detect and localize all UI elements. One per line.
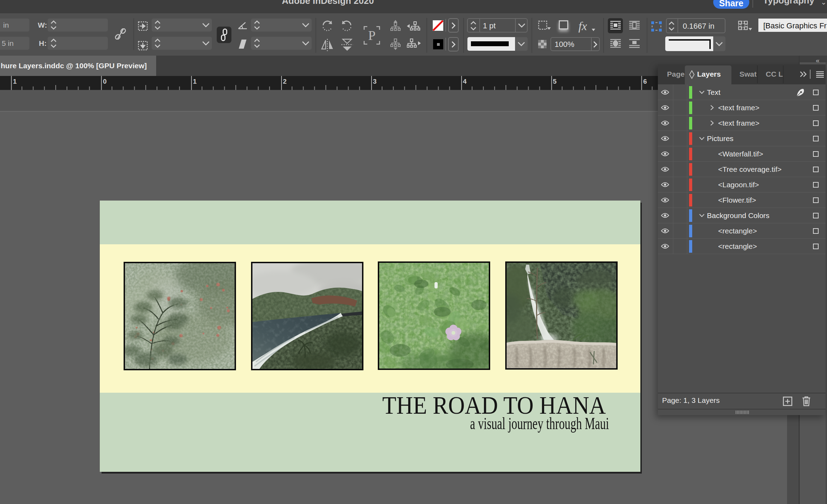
svg-text:3: 3: [373, 78, 377, 85]
svg-text:1: 1: [193, 78, 197, 85]
svg-text:6: 6: [643, 78, 647, 85]
svg-text:4: 4: [463, 78, 467, 85]
svg-text:0: 0: [103, 78, 107, 85]
svg-text:P: P: [368, 28, 375, 43]
svg-text:2: 2: [283, 78, 287, 85]
svg-text:5: 5: [553, 78, 557, 85]
svg-text:1: 1: [13, 78, 17, 85]
